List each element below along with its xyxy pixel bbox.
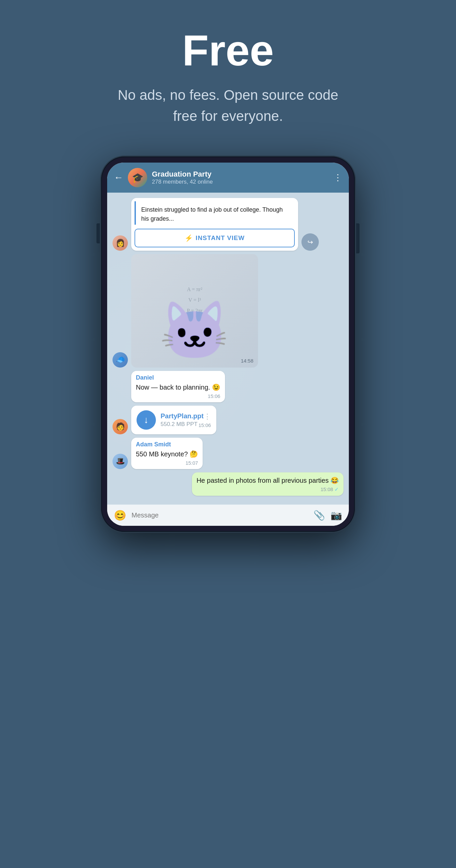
file-more-button[interactable]: ⋮ xyxy=(204,412,211,421)
text-bubble: Daniel Now — back to planning. 😉 15:06 xyxy=(131,371,225,402)
header-info: Graduation Party 278 members, 42 online xyxy=(152,170,329,185)
message-row: 🧑 ↓ PartyPlan.ppt ⋮ xyxy=(113,406,343,434)
group-name: Graduation Party xyxy=(152,170,329,179)
emoji-button[interactable]: 😊 xyxy=(114,509,126,521)
own-message-row: He pasted in photos from all previous pa… xyxy=(113,472,343,496)
hero-subtitle: No ads, no fees. Open source code free f… xyxy=(111,85,345,127)
group-status: 278 members, 42 online xyxy=(152,179,329,185)
article-bubble: Einstein struggled to find a job out of … xyxy=(131,198,298,251)
cat-sticker: 🐱 xyxy=(159,298,230,364)
attach-button[interactable]: 📎 xyxy=(313,510,325,521)
file-name: PartyPlan.ppt xyxy=(160,412,204,420)
message-time: 15:06 xyxy=(198,422,211,428)
message-sender: Adam Smidt xyxy=(136,441,198,448)
avatar: 🧢 xyxy=(113,352,128,368)
message-row: 👩 Einstein struggled to find a job out o… xyxy=(113,198,343,251)
camera-button[interactable]: 📷 xyxy=(331,510,342,521)
avatar: 🎩 xyxy=(113,454,128,469)
message-text: 550 MB keynote? 🤔 xyxy=(136,450,198,459)
text-bubble: Adam Smidt 550 MB keynote? 🤔 15:07 xyxy=(131,438,203,469)
phone-screen: ← 🎓 Graduation Party 278 members, 42 onl… xyxy=(107,163,349,526)
sticker-background: A = πr² V = l³ P = 2πr s = √(r²+h²) A = … xyxy=(131,254,258,368)
file-size: 550.2 MB PPT xyxy=(160,421,197,428)
lightning-icon: ⚡ xyxy=(185,234,193,242)
message-input[interactable] xyxy=(131,512,308,519)
file-info: PartyPlan.ppt ⋮ 550.2 MB PPT 15:06 xyxy=(160,412,211,428)
article-content: Einstein struggled to find a job out of … xyxy=(134,201,295,225)
group-avatar: 🎓 xyxy=(128,168,147,187)
sticker-container: A = πr² V = l³ P = 2πr s = √(r²+h²) A = … xyxy=(131,254,258,368)
file-bubble: ↓ PartyPlan.ppt ⋮ 550.2 MB PPT 15:06 xyxy=(131,406,216,434)
chat-body: 👩 Einstein struggled to find a job out o… xyxy=(107,193,349,504)
download-button[interactable]: ↓ xyxy=(136,410,156,430)
own-bubble: He pasted in photos from all previous pa… xyxy=(192,472,343,496)
message-row: 🎩 Adam Smidt 550 MB keynote? 🤔 15:07 xyxy=(113,438,343,469)
input-bar: 😊 📎 📷 xyxy=(107,504,349,526)
more-options-button[interactable]: ⋮ xyxy=(333,173,342,183)
phone-frame: ← 🎓 Graduation Party 278 members, 42 onl… xyxy=(101,157,355,532)
hero-section: Free No ads, no fees. Open source code f… xyxy=(0,0,456,147)
message-time: 15:07 xyxy=(136,460,198,466)
phone-wrapper: ← 🎓 Graduation Party 278 members, 42 onl… xyxy=(101,157,355,532)
sticker-row: 🧢 A = πr² V = l³ P = 2πr s = √(r²+h²) A … xyxy=(113,254,343,368)
message-sender: Daniel xyxy=(136,374,220,381)
article-text: Einstein struggled to find a job out of … xyxy=(141,205,290,223)
message-time: 15:06 xyxy=(136,393,220,399)
instant-view-button[interactable]: ⚡ INSTANT VIEW xyxy=(134,229,295,247)
message-text: Now — back to planning. 😉 xyxy=(136,382,220,392)
avatar: 👩 xyxy=(113,235,128,251)
download-icon: ↓ xyxy=(144,415,149,425)
back-button[interactable]: ← xyxy=(114,172,123,183)
forward-button[interactable]: ↪ xyxy=(301,234,319,251)
hero-title: Free xyxy=(13,27,443,74)
message-row: Daniel Now — back to planning. 😉 15:06 xyxy=(113,371,343,402)
sticker-time: 14:58 xyxy=(241,358,253,364)
instant-view-label: INSTANT VIEW xyxy=(195,235,245,242)
message-time: 15:08 xyxy=(196,487,339,492)
message-text: He pasted in photos from all previous pa… xyxy=(196,476,339,485)
file-meta: 550.2 MB PPT 15:06 xyxy=(160,421,211,428)
avatar: 🧑 xyxy=(113,419,128,434)
file-row: ↓ PartyPlan.ppt ⋮ 550.2 MB PPT 15:06 xyxy=(136,410,211,430)
chat-header: ← 🎓 Graduation Party 278 members, 42 onl… xyxy=(107,163,349,193)
